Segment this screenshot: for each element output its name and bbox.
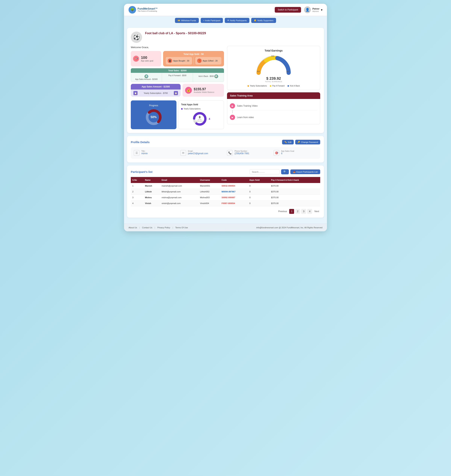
legend-kickback: Kick It Back: [288, 85, 300, 87]
terms-of-use-link[interactable]: Terms Of Use: [175, 226, 188, 229]
apps-donut-row: Yearly Subscriptions: [181, 108, 221, 110]
email-label: Email :: [188, 150, 208, 152]
cell-name: Manish: [143, 183, 160, 189]
action-bar: 💳 Withdraw Funds + Invite Participant ✉ …: [124, 16, 327, 25]
apps-gifted-card: 🎁 Apps Gifted - 20: [195, 57, 222, 64]
phone-label: Phone Number :: [235, 150, 249, 152]
apps-bought-icon: 📱: [168, 58, 172, 63]
edit-icon: ✏️: [284, 141, 287, 143]
cell-sno: 2: [131, 189, 143, 195]
training-item-2[interactable]: ▶ Learn from video: [230, 113, 317, 122]
title-info: Title : Admin: [141, 150, 148, 155]
user-name: Petrer: [312, 7, 319, 10]
switch-to-participant-button[interactable]: Switch to Participant: [275, 7, 301, 13]
goal-number: 100: [141, 56, 153, 60]
yearly-icon: 📋: [133, 91, 138, 95]
table-header: S.No Name Email Username Code Apps Sold …: [131, 177, 320, 183]
col-name: Name: [143, 177, 160, 183]
cell-username: Mishra003: [198, 195, 220, 200]
cell-code: M0094-897867: [220, 189, 248, 195]
cell-apps-sold: 0: [248, 195, 270, 200]
cell-email: manish@yopmail.com: [160, 183, 198, 189]
app-sales-amount-item: 📊 App Sales Amount - $1500: [131, 73, 162, 82]
table-body: 1 Manish manish@yopmail.com Manish001 S0…: [131, 183, 320, 206]
training-label-2: Learn from video: [237, 116, 254, 119]
goal-detail-label: App Sales Goal: [281, 150, 294, 152]
earnings-title: Total Earnings: [230, 49, 317, 52]
campaign-title: Foot ball club of LA - Sports - S0100-00…: [145, 32, 206, 35]
privacy-policy-link[interactable]: Privacy Policy: [157, 226, 170, 229]
goal-detail-icon: 🎯: [274, 150, 279, 156]
pay-it-forward-item: Pay it Forward - $500: [162, 73, 193, 82]
search-button[interactable]: 🔍: [281, 169, 289, 174]
wallet-icon: 💳: [178, 19, 180, 22]
cell-code: S0092-000087: [220, 195, 248, 200]
wallet-amount: $155.97: [194, 87, 214, 91]
title-label: Title :: [141, 150, 148, 152]
yearly-icon-right: 📋: [174, 91, 178, 95]
apps-sold-card: Total App Sold - 50 📱 Apps Bought - 30 🎁…: [163, 51, 224, 66]
next-page-button[interactable]: Next: [313, 209, 320, 213]
page-4-button[interactable]: 4: [307, 209, 312, 214]
notify-supporters-button[interactable]: 🔔 Notify Supporters: [251, 18, 276, 23]
yearly-sub-label: Yearly Subscription - $700: [144, 92, 168, 94]
apps-bought-label: Apps Bought - 30: [173, 60, 189, 62]
table-row: 4 Vinish vinish@yopmail.com Vinish004 F0…: [131, 200, 320, 206]
mail-icon: ✉: [227, 19, 229, 22]
withdraw-funds-button[interactable]: 💳 Withdraw Funds: [175, 18, 199, 23]
page-1-button[interactable]: 1: [289, 209, 294, 214]
divider: [194, 57, 194, 64]
training-body: ▶ Sales Training Video ▶ Learn from vide…: [227, 99, 320, 124]
cell-code: S0032-000054: [220, 183, 248, 189]
progress-card: Progress 50%: [131, 100, 176, 129]
campaign-card: ⚽ Foot ball club of LA - Sports - S0100-…: [127, 28, 324, 133]
right-panel: Total Earnings: [227, 46, 320, 129]
contact-us-link[interactable]: Contact Us: [142, 226, 152, 229]
previous-page-button[interactable]: Previous: [277, 209, 288, 213]
user-area: 👤 Petrer Admini ▾: [304, 6, 322, 13]
goal-info: 100 App sales goal: [141, 56, 153, 62]
col-email: Email: [160, 177, 198, 183]
table-header-row: S.No Name Email Username Code Apps Sold …: [131, 177, 320, 183]
cell-payback: $370.00: [270, 189, 320, 195]
sales-breakdown: 📊 App Sales Amount - $1500 Pay it Forwar…: [131, 73, 224, 82]
export-participants-button[interactable]: 📤 Export Participants List: [290, 169, 320, 174]
apps-donut: 8 TOTAL APPS SOLD: [192, 111, 207, 126]
page-2-button[interactable]: 2: [295, 209, 300, 214]
apps-gifted-label: Apps Gifted - 20: [203, 60, 218, 62]
search-input[interactable]: [250, 169, 280, 174]
apps-bought-card: 📱 Apps Bought - 30: [166, 57, 192, 64]
cell-sno: 4: [131, 200, 143, 206]
profile-details-grid: ☰ Title : Admin ✉ Email : peter23@gmail.…: [131, 147, 320, 159]
about-us-link[interactable]: About Us: [129, 226, 137, 229]
cell-username: Lithish002: [198, 189, 220, 195]
participants-controls: 🔍 📤 Export Participants List: [250, 169, 320, 174]
apps-donut-container: 8 TOTAL APPS SOLD 4: [181, 110, 221, 126]
table-row: 1 Manish manish@yopmail.com Manish001 S0…: [131, 183, 320, 189]
change-password-button[interactable]: 🔑 Change Password: [295, 140, 320, 144]
email-detail: ✉ Email : peter23@gmail.com: [180, 150, 224, 156]
cell-username: Vinish004: [198, 200, 220, 206]
invite-participant-button[interactable]: + Invite Participant: [201, 18, 223, 23]
campaign-header: ⚽ Foot ball club of LA - Sports - S0100-…: [131, 32, 320, 43]
user-info: Petrer Admini: [312, 7, 319, 13]
col-sno: S.No: [131, 177, 143, 183]
participants-card: Participant's list 🔍 📤 Export Participan…: [127, 166, 324, 218]
gauge-top-val: $39: [271, 55, 274, 57]
edit-button[interactable]: ✏️ Edit: [282, 140, 294, 144]
cell-email: vinish@yopmail.com: [160, 200, 198, 206]
yearly-legend: Yearly Subscriptions: [181, 108, 200, 110]
cell-payback: $370.00: [270, 200, 320, 206]
participants-table: S.No Name Email Username Code Apps Sold …: [131, 177, 320, 206]
training-item-1[interactable]: ▶ Sales Training Video: [230, 102, 317, 110]
stats-row: 🎯 100 App sales goal Total App Sold - 50…: [131, 51, 224, 66]
footer-inner: About Us | Contact Us | Privacy Policy |…: [129, 226, 322, 229]
key-icon: 🔑: [297, 141, 300, 143]
notify-participants-button[interactable]: ✉ Notify Participants: [225, 18, 249, 23]
legend-payforward: Pay It Forward: [270, 85, 284, 87]
profile-section-header: Profile Details ✏️ Edit 🔑 Change Passwor…: [131, 140, 320, 144]
footer-right-text: info@fundmesmart.com @ 2024 FundMesmart,…: [256, 226, 322, 229]
export-icon: 📤: [293, 171, 296, 173]
earnings-card: Total Earnings: [227, 46, 320, 90]
page-3-button[interactable]: 3: [301, 209, 306, 214]
